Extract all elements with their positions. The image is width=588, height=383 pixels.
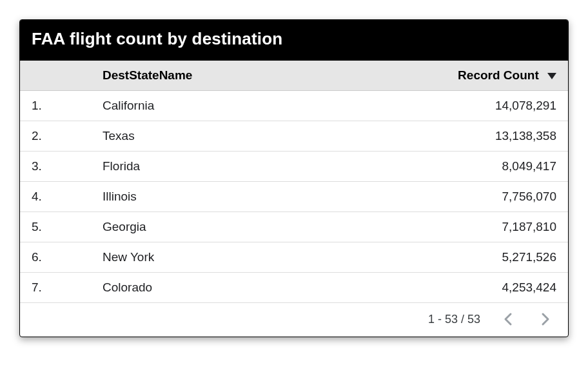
row-index: 2. <box>20 121 91 152</box>
svg-marker-0 <box>547 73 556 79</box>
row-dest: California <box>91 91 320 121</box>
table-row[interactable]: 5. Georgia 7,187,810 <box>20 212 568 242</box>
column-header-record-count[interactable]: Record Count <box>320 61 568 91</box>
row-dest: Colorado <box>91 273 320 303</box>
row-count: 7,756,070 <box>320 182 568 212</box>
row-index: 4. <box>20 182 91 212</box>
column-header-record-count-label: Record Count <box>458 68 539 82</box>
table-row[interactable]: 1. California 14,078,291 <box>20 91 568 121</box>
table-row[interactable]: 6. New York 5,271,526 <box>20 242 568 273</box>
row-index: 7. <box>20 273 91 303</box>
table-body: 1. California 14,078,291 2. Texas 13,138… <box>20 91 568 303</box>
table-row[interactable]: 7. Colorado 4,253,424 <box>20 273 568 303</box>
pager-range-text: 1 - 53 / 53 <box>428 313 480 326</box>
row-index: 5. <box>20 212 91 242</box>
chevron-left-icon <box>503 311 513 327</box>
pager-next-button[interactable] <box>536 309 555 329</box>
row-dest: Illinois <box>91 182 320 212</box>
row-count: 8,049,417 <box>320 152 568 182</box>
table-row[interactable]: 2. Texas 13,138,358 <box>20 121 568 152</box>
table-row[interactable]: 4. Illinois 7,756,070 <box>20 182 568 212</box>
card-title: FAA flight count by destination <box>20 20 568 61</box>
table-header-row: DestStateName Record Count <box>20 61 568 91</box>
row-dest: Florida <box>91 152 320 182</box>
column-header-index[interactable] <box>20 61 91 91</box>
row-count: 5,271,526 <box>320 242 568 273</box>
column-header-deststatename[interactable]: DestStateName <box>91 61 320 91</box>
row-index: 6. <box>20 242 91 273</box>
row-dest: New York <box>91 242 320 273</box>
table-footer: 1 - 53 / 53 <box>20 303 568 337</box>
row-count: 13,138,358 <box>320 121 568 152</box>
table-row[interactable]: 3. Florida 8,049,417 <box>20 152 568 182</box>
row-dest: Georgia <box>91 212 320 242</box>
row-count: 14,078,291 <box>320 91 568 121</box>
chevron-right-icon <box>540 311 551 327</box>
row-index: 1. <box>20 91 91 121</box>
pager-prev-button[interactable] <box>498 309 518 329</box>
report-card: FAA flight count by destination DestStat… <box>19 19 569 337</box>
row-index: 3. <box>20 152 91 182</box>
data-table: DestStateName Record Count 1. California… <box>20 61 568 303</box>
row-dest: Texas <box>91 121 320 152</box>
row-count: 4,253,424 <box>320 273 568 303</box>
sort-descending-icon <box>547 73 556 79</box>
row-count: 7,187,810 <box>320 212 568 242</box>
